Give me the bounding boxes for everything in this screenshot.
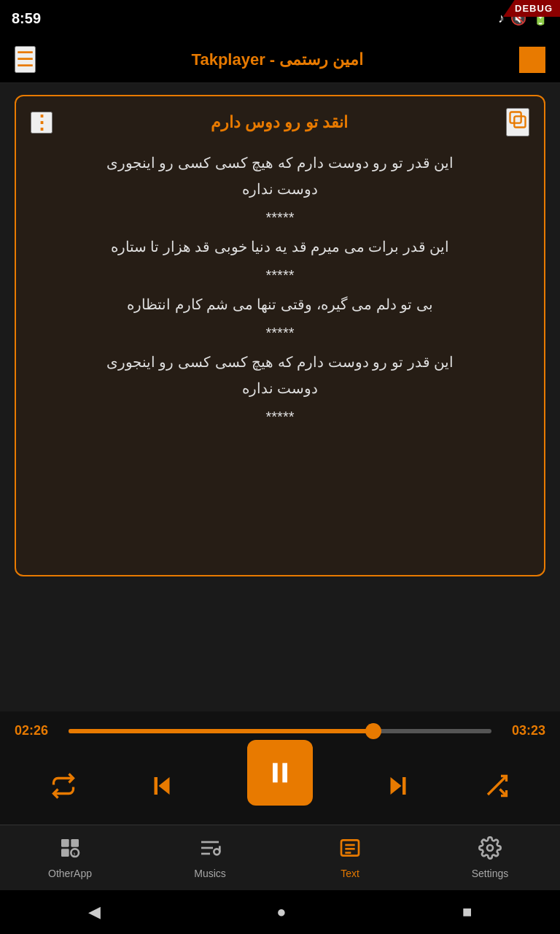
music-notification-icon: ♪	[498, 11, 505, 26]
bottom-nav: ♪ OtherApp Musics Text	[0, 825, 560, 890]
svg-rect-1	[510, 112, 521, 123]
song-title: انقد تو رو دوس دارم	[52, 113, 506, 132]
stop-button[interactable]	[519, 47, 545, 73]
svg-point-24	[487, 845, 493, 851]
nav-settings[interactable]: Settings	[461, 836, 519, 879]
lyrics-content: این قدر تو رو دوست دارم که هیچ کسی کسی ر…	[31, 151, 529, 425]
nav-musics[interactable]: Musics	[181, 836, 239, 879]
svg-rect-0	[514, 116, 525, 127]
nav-text-label: Text	[341, 868, 359, 879]
lyrics-separator-3: *****	[31, 325, 529, 341]
app-title: امین رستمی - Takplayer	[192, 50, 364, 69]
back-button[interactable]: ◀	[88, 903, 101, 922]
nav-other-app[interactable]: ♪ OtherApp	[41, 836, 99, 879]
svg-marker-2	[159, 777, 170, 795]
nav-settings-label: Settings	[472, 868, 509, 879]
lyrics-card: ⋮ انقد تو رو دوس دارم این قدر تو رو دوست…	[15, 95, 545, 576]
shuffle-button[interactable]	[483, 773, 510, 799]
debug-badge: DEBUG	[503, 0, 560, 17]
lyrics-line-3: این قدر برات می میرم قد یه دنیا خوبی قد …	[31, 235, 529, 258]
lyrics-separator-4: *****	[31, 409, 529, 425]
lyrics-line-1: این قدر تو رو دوست دارم که هیچ کسی کسی ر…	[31, 151, 529, 174]
lyrics-line-2: دوست نداره	[31, 177, 529, 201]
recents-button[interactable]: ■	[462, 903, 472, 922]
lyrics-scroll[interactable]: ⋮ انقد تو رو دوس دارم این قدر تو رو دوست…	[0, 83, 560, 711]
svg-rect-4	[273, 763, 278, 783]
svg-rect-3	[155, 777, 158, 795]
status-bar: 8:59 ♪ 🔇 🔋 DEBUG	[0, 0, 560, 36]
main-content: ⋮ انقد تو رو دوس دارم این قدر تو رو دوست…	[0, 83, 560, 825]
app-bar: ☰ امین رستمی - Takplayer	[0, 36, 560, 83]
settings-icon	[478, 836, 502, 865]
lyrics-line-6: دوست نداره	[31, 377, 529, 400]
system-navigation: ◀ ● ■	[0, 890, 560, 934]
lyrics-line-4: بی تو دلم می گیره، وقتی تنها می شم کارم …	[31, 293, 529, 316]
current-time: 02:26	[15, 723, 58, 738]
svg-rect-11	[71, 839, 79, 847]
svg-rect-10	[61, 839, 69, 847]
svg-rect-5	[282, 763, 287, 783]
nav-musics-label: Musics	[194, 868, 226, 879]
previous-button[interactable]	[149, 773, 175, 799]
menu-button[interactable]: ☰	[15, 46, 36, 73]
nav-other-app-label: OtherApp	[48, 868, 92, 879]
next-button[interactable]	[385, 773, 411, 799]
home-button[interactable]: ●	[276, 903, 286, 922]
other-app-icon: ♪	[58, 836, 82, 865]
nav-text[interactable]: Text	[321, 836, 379, 879]
progress-fill	[69, 729, 373, 733]
svg-rect-12	[61, 849, 69, 857]
lyrics-separator-2: *****	[31, 267, 529, 284]
svg-marker-6	[390, 777, 401, 795]
pause-button[interactable]	[247, 740, 313, 806]
player-section: 02:26 03:23	[0, 711, 560, 825]
text-icon	[338, 836, 362, 865]
more-options-button[interactable]: ⋮	[31, 112, 52, 134]
status-time: 8:59	[12, 10, 41, 27]
lyrics-card-header: ⋮ انقد تو رو دوس دارم	[31, 108, 529, 136]
total-time: 03:23	[502, 723, 545, 738]
svg-rect-7	[402, 777, 406, 795]
svg-text:♪: ♪	[72, 849, 76, 858]
progress-bar[interactable]	[69, 729, 491, 733]
repeat-button[interactable]	[50, 773, 77, 799]
lyrics-line-5: این قدر تو رو دوست دارم که هیچ کسی کسی ر…	[31, 350, 529, 374]
controls-row	[0, 744, 560, 819]
lyrics-separator-1: *****	[31, 209, 529, 226]
copy-button[interactable]	[506, 108, 529, 136]
progress-thumb[interactable]	[365, 723, 381, 739]
musics-icon	[198, 836, 222, 865]
